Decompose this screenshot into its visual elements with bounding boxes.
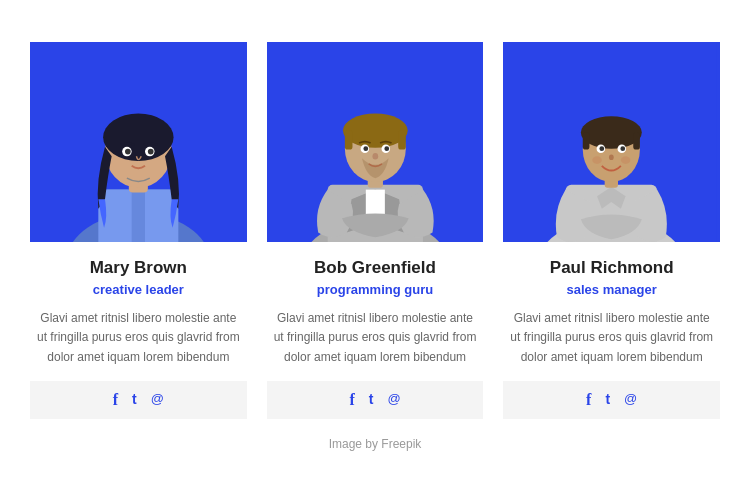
svg-point-41 (609, 155, 614, 161)
svg-rect-22 (398, 131, 406, 150)
twitter-icon-bob[interactable]: t (369, 391, 374, 409)
svg-point-10 (125, 149, 131, 155)
instagram-icon-bob[interactable]: @ (387, 391, 400, 409)
member-bio-mary: Glavi amet ritnisl libero molestie ante … (30, 309, 247, 367)
svg-point-40 (621, 147, 626, 152)
member-bio-paul: Glavi amet ritnisl libero molestie ante … (503, 309, 720, 367)
facebook-icon-paul[interactable]: f (586, 391, 591, 409)
instagram-icon-paul[interactable]: @ (624, 391, 637, 409)
twitter-icon-mary[interactable]: t (132, 391, 137, 409)
social-bar-mary: f t @ (30, 381, 247, 419)
svg-rect-35 (583, 133, 590, 150)
svg-point-25 (363, 147, 368, 152)
member-name-bob: Bob Greenfield (314, 258, 436, 278)
facebook-icon-mary[interactable]: f (113, 391, 118, 409)
photo-wrapper-bob (267, 42, 484, 242)
team-card-paul: Paul Richmond sales manager Glavi amet r… (503, 42, 720, 419)
member-bio-bob: Glavi amet ritnisl libero molestie ante … (267, 309, 484, 367)
facebook-icon-bob[interactable]: f (349, 391, 354, 409)
team-card-bob: Bob Greenfield programming guru Glavi am… (267, 42, 484, 419)
member-role-paul: sales manager (567, 282, 657, 297)
svg-point-20 (343, 114, 408, 148)
photo-wrapper-mary (30, 42, 247, 242)
social-bar-bob: f t @ (267, 381, 484, 419)
twitter-icon-paul[interactable]: t (605, 391, 610, 409)
team-grid: Mary Brown creative leader Glavi amet ri… (30, 42, 720, 419)
svg-point-26 (384, 147, 389, 152)
footer-credit: Image by Freepik (329, 437, 422, 451)
photo-wrapper-paul (503, 42, 720, 242)
svg-point-27 (372, 153, 378, 160)
svg-rect-21 (345, 131, 353, 150)
member-role-bob: programming guru (317, 282, 433, 297)
svg-point-34 (581, 117, 642, 149)
svg-rect-36 (634, 133, 641, 150)
instagram-icon-mary[interactable]: @ (151, 391, 164, 409)
svg-point-39 (600, 147, 605, 152)
svg-point-11 (148, 149, 154, 155)
member-name-mary: Mary Brown (90, 258, 187, 278)
member-name-paul: Paul Richmond (550, 258, 674, 278)
social-bar-paul: f t @ (503, 381, 720, 419)
svg-point-43 (621, 157, 631, 165)
svg-point-7 (103, 114, 173, 162)
svg-point-42 (593, 157, 603, 165)
team-card-mary: Mary Brown creative leader Glavi amet ri… (30, 42, 247, 419)
member-role-mary: creative leader (93, 282, 184, 297)
